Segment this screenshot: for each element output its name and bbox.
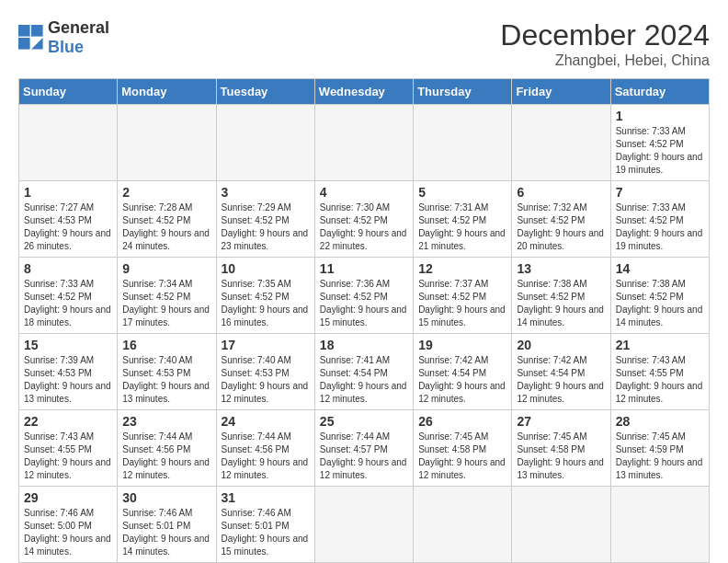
calendar-cell [314,487,413,563]
calendar-cell: 21Sunrise: 7:43 AMSunset: 4:55 PMDayligh… [610,334,709,410]
day-number: 4 [320,185,408,200]
calendar-cell: 11Sunrise: 7:36 AMSunset: 4:52 PMDayligh… [314,258,413,334]
calendar-cell: 5Sunrise: 7:31 AMSunset: 4:52 PMDaylight… [414,181,512,258]
title-area: December 2024 Zhangbei, Hebei, China [500,18,710,69]
calendar-cell: 4Sunrise: 7:30 AMSunset: 4:52 PMDaylight… [314,181,413,258]
day-number: 7 [616,185,704,200]
calendar-cell: 16Sunrise: 7:40 AMSunset: 4:53 PMDayligh… [118,334,216,410]
cell-details: Sunrise: 7:32 AMSunset: 4:52 PMDaylight:… [517,201,605,253]
calendar-cell: 15Sunrise: 7:39 AMSunset: 4:53 PMDayligh… [19,334,118,410]
cell-details: Sunrise: 7:46 AMSunset: 5:00 PMDaylight:… [24,507,112,558]
location-title: Zhangbei, Hebei, China [500,52,710,69]
calendar-cell: 23Sunrise: 7:44 AMSunset: 4:56 PMDayligh… [118,410,216,487]
calendar-cell: 6Sunrise: 7:32 AMSunset: 4:52 PMDaylight… [512,181,610,258]
cell-details: Sunrise: 7:42 AMSunset: 4:54 PMDaylight:… [517,354,605,406]
day-number: 22 [24,414,112,429]
cell-details: Sunrise: 7:31 AMSunset: 4:52 PMDaylight:… [418,201,506,253]
day-header-thursday: Thursday [414,79,512,105]
calendar-table: SundayMondayTuesdayWednesdayThursdayFrid… [18,78,710,563]
calendar-cell: 22Sunrise: 7:43 AMSunset: 4:55 PMDayligh… [19,410,118,487]
calendar-cell [512,105,610,181]
day-number: 31 [222,490,310,505]
day-number: 24 [222,414,310,429]
calendar-cell: 27Sunrise: 7:45 AMSunset: 4:58 PMDayligh… [512,410,610,487]
cell-details: Sunrise: 7:43 AMSunset: 4:55 PMDaylight:… [24,431,112,482]
calendar-cell: 14Sunrise: 7:38 AMSunset: 4:52 PMDayligh… [610,258,709,334]
calendar-week-4: 22Sunrise: 7:43 AMSunset: 4:55 PMDayligh… [19,410,710,487]
calendar-cell: 30Sunrise: 7:46 AMSunset: 5:01 PMDayligh… [118,487,216,563]
calendar-cell: 17Sunrise: 7:40 AMSunset: 4:53 PMDayligh… [216,334,314,410]
cell-details: Sunrise: 7:36 AMSunset: 4:52 PMDaylight:… [320,278,408,329]
day-number: 21 [616,338,704,352]
day-number: 9 [122,261,210,276]
cell-details: Sunrise: 7:46 AMSunset: 5:01 PMDaylight:… [222,507,310,558]
cell-details: Sunrise: 7:44 AMSunset: 4:56 PMDaylight:… [222,431,310,482]
calendar-body: 1Sunrise: 7:33 AMSunset: 4:52 PMDaylight… [19,105,710,563]
cell-details: Sunrise: 7:38 AMSunset: 4:52 PMDaylight:… [616,278,704,329]
logo-icon [18,25,44,51]
calendar-week-1: 1Sunrise: 7:27 AMSunset: 4:53 PMDaylight… [19,181,710,258]
cell-details: Sunrise: 7:33 AMSunset: 4:52 PMDaylight:… [616,201,704,253]
svg-rect-0 [18,25,30,37]
cell-details: Sunrise: 7:39 AMSunset: 4:53 PMDaylight:… [24,354,112,406]
cell-details: Sunrise: 7:33 AMSunset: 4:52 PMDaylight:… [616,125,704,177]
cell-details: Sunrise: 7:38 AMSunset: 4:52 PMDaylight:… [517,278,605,329]
day-number: 20 [517,338,605,352]
calendar-cell: 9Sunrise: 7:34 AMSunset: 4:52 PMDaylight… [118,258,216,334]
calendar-cell: 28Sunrise: 7:45 AMSunset: 4:59 PMDayligh… [610,410,709,487]
day-number: 8 [24,261,112,276]
calendar-cell: 29Sunrise: 7:46 AMSunset: 5:00 PMDayligh… [19,487,118,563]
svg-marker-3 [31,38,43,50]
header: General Blue December 2024 Zhangbei, Heb… [18,18,710,69]
cell-details: Sunrise: 7:40 AMSunset: 4:53 PMDaylight:… [222,354,310,406]
calendar-cell: 1Sunrise: 7:33 AMSunset: 4:52 PMDaylight… [610,105,709,181]
calendar-cell [216,105,314,181]
svg-rect-2 [18,38,30,50]
calendar-cell: 7Sunrise: 7:33 AMSunset: 4:52 PMDaylight… [610,181,709,258]
day-number: 12 [418,261,506,276]
calendar-cell: 8Sunrise: 7:33 AMSunset: 4:52 PMDaylight… [19,258,118,334]
day-number: 1 [616,109,704,123]
calendar-cell: 19Sunrise: 7:42 AMSunset: 4:54 PMDayligh… [414,334,512,410]
day-number: 11 [320,261,408,276]
cell-details: Sunrise: 7:41 AMSunset: 4:54 PMDaylight:… [320,354,408,406]
cell-details: Sunrise: 7:27 AMSunset: 4:53 PMDaylight:… [24,201,112,253]
day-number: 23 [122,414,210,429]
cell-details: Sunrise: 7:45 AMSunset: 4:58 PMDaylight:… [418,431,506,482]
calendar-cell [610,487,709,563]
calendar-cell: 31Sunrise: 7:46 AMSunset: 5:01 PMDayligh… [216,487,314,563]
day-number: 17 [222,338,310,352]
cell-details: Sunrise: 7:40 AMSunset: 4:53 PMDaylight:… [122,354,210,406]
cell-details: Sunrise: 7:44 AMSunset: 4:56 PMDaylight:… [122,431,210,482]
calendar-cell [19,105,118,181]
calendar-cell: 26Sunrise: 7:45 AMSunset: 4:58 PMDayligh… [414,410,512,487]
cell-details: Sunrise: 7:45 AMSunset: 4:59 PMDaylight:… [616,431,704,482]
logo-general: General [48,18,109,37]
logo-blue: Blue [48,38,84,56]
day-number: 16 [122,338,210,352]
calendar-cell: 12Sunrise: 7:37 AMSunset: 4:52 PMDayligh… [414,258,512,334]
day-header-tuesday: Tuesday [216,79,314,105]
day-number: 13 [517,261,605,276]
day-number: 19 [418,338,506,352]
calendar-cell: 3Sunrise: 7:29 AMSunset: 4:52 PMDaylight… [216,181,314,258]
cell-details: Sunrise: 7:33 AMSunset: 4:52 PMDaylight:… [24,278,112,329]
day-header-wednesday: Wednesday [314,79,413,105]
day-number: 10 [222,261,310,276]
cell-details: Sunrise: 7:29 AMSunset: 4:52 PMDaylight:… [222,201,310,253]
day-number: 5 [418,185,506,200]
month-title: December 2024 [500,18,710,52]
calendar-cell: 10Sunrise: 7:35 AMSunset: 4:52 PMDayligh… [216,258,314,334]
svg-rect-1 [31,25,43,37]
calendar-week-3: 15Sunrise: 7:39 AMSunset: 4:53 PMDayligh… [19,334,710,410]
cell-details: Sunrise: 7:42 AMSunset: 4:54 PMDaylight:… [418,354,506,406]
calendar-cell: 2Sunrise: 7:28 AMSunset: 4:52 PMDaylight… [118,181,216,258]
day-number: 3 [222,185,310,200]
cell-details: Sunrise: 7:45 AMSunset: 4:58 PMDaylight:… [517,431,605,482]
calendar-header-row: SundayMondayTuesdayWednesdayThursdayFrid… [19,79,710,105]
cell-details: Sunrise: 7:28 AMSunset: 4:52 PMDaylight:… [122,201,210,253]
logo: General Blue [18,18,109,57]
calendar-week-2: 8Sunrise: 7:33 AMSunset: 4:52 PMDaylight… [19,258,710,334]
day-header-monday: Monday [118,79,216,105]
logo-wordmark: General Blue [48,18,109,57]
